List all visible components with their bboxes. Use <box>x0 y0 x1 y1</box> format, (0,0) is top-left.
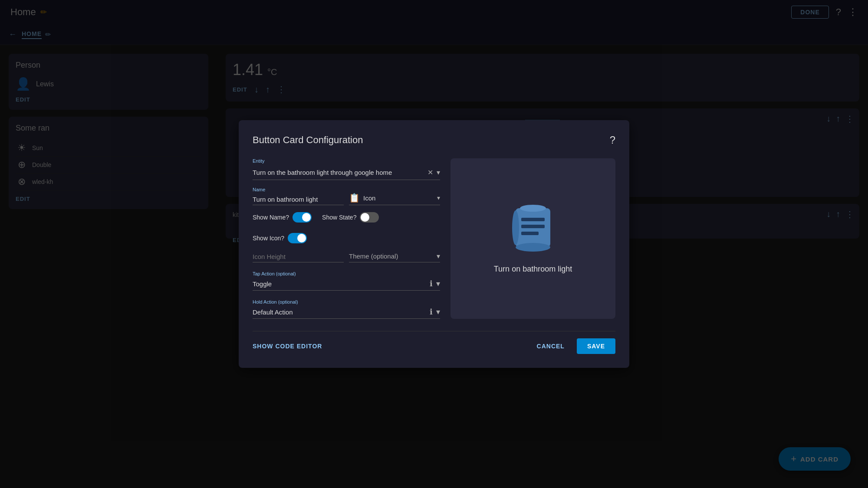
tap-action-dropdown-icon[interactable]: ▾ <box>436 279 440 288</box>
entity-label: Entity <box>253 158 440 164</box>
dialog-header: Button Card Configuration ? <box>253 134 615 146</box>
hold-action-help-icon[interactable]: ℹ <box>430 307 433 317</box>
modal-overlay: Button Card Configuration ? Entity ✕ ▾ <box>0 0 868 488</box>
theme-field-group: Theme (optional) ▾ <box>349 250 440 262</box>
tap-action-help-icon[interactable]: ℹ <box>430 279 433 288</box>
theme-dropdown-icon[interactable]: ▾ <box>437 252 440 260</box>
svg-point-1 <box>516 243 550 252</box>
show-icon-label: Show Icon? <box>253 235 284 242</box>
tap-action-field: Tap Action (optional) Toggle ℹ ▾ <box>253 269 440 291</box>
entity-dropdown-icon[interactable]: ▾ <box>437 168 440 177</box>
icon-text: Icon <box>363 194 375 202</box>
entity-input[interactable] <box>253 167 427 178</box>
show-state-label: Show State? <box>322 214 356 221</box>
show-name-label: Show Name? <box>253 214 289 221</box>
preview-icon-area <box>509 204 557 258</box>
hold-action-value: Default Action <box>253 308 430 316</box>
icon-height-theme-row: Theme (optional) ▾ <box>253 250 440 262</box>
svg-rect-4 <box>521 225 545 228</box>
icon-height-input[interactable] <box>253 251 344 262</box>
dialog-body: Entity ✕ ▾ Name 📋 <box>253 158 615 319</box>
show-code-editor-button[interactable]: SHOW CODE EDITOR <box>253 343 322 350</box>
hold-action-label: Hold Action (optional) <box>253 299 298 305</box>
svg-rect-5 <box>521 232 539 235</box>
name-label: Name <box>253 187 344 192</box>
icon-dropdown-arrow[interactable]: ▾ <box>437 194 440 201</box>
toggles-row: Show Name? Show State? Show Icon? <box>253 212 440 243</box>
hold-action-row: Default Action ℹ ▾ <box>253 305 440 319</box>
svg-point-6 <box>512 210 519 245</box>
svg-rect-3 <box>521 218 545 221</box>
hold-action-field: Hold Action (optional) Default Action ℹ … <box>253 298 440 319</box>
dialog-footer: SHOW CODE EDITOR CANCEL SAVE <box>253 331 615 354</box>
tap-action-value: Toggle <box>253 280 430 288</box>
theme-value: Theme (optional) <box>349 252 437 260</box>
name-icon-row: Name 📋 Icon ▾ <box>253 187 440 205</box>
preview-scroll-icon <box>509 204 557 256</box>
show-icon-toggle-item: Show Icon? <box>253 233 307 243</box>
cancel-button[interactable]: CANCEL <box>530 339 572 353</box>
tap-action-icons: ℹ ▾ <box>430 279 440 288</box>
tap-action-label: Tap Action (optional) <box>253 271 296 276</box>
dialog: Button Card Configuration ? Entity ✕ ▾ <box>239 120 629 368</box>
show-icon-toggle[interactable] <box>288 233 307 243</box>
dialog-left: Entity ✕ ▾ Name 📋 <box>253 158 440 319</box>
dialog-help-icon[interactable]: ? <box>610 134 615 146</box>
icon-select-box[interactable]: 📋 Icon ▾ <box>349 191 440 205</box>
hold-action-icons: ℹ ▾ <box>430 307 440 317</box>
show-name-toggle[interactable] <box>293 212 312 223</box>
show-state-toggle-item: Show State? <box>322 212 379 223</box>
icon-height-field-group <box>253 251 344 262</box>
hold-action-dropdown-icon[interactable]: ▾ <box>436 307 440 317</box>
save-button[interactable]: SAVE <box>577 338 615 354</box>
preview-card-label: Turn on bathroom light <box>494 265 572 274</box>
footer-actions: CANCEL SAVE <box>530 338 615 354</box>
entity-clear-icon[interactable]: ✕ <box>427 168 433 177</box>
name-field-group: Name <box>253 187 344 205</box>
dialog-title: Button Card Configuration <box>253 134 363 146</box>
name-input[interactable] <box>253 194 344 205</box>
dialog-preview: Turn on bathroom light <box>450 158 615 319</box>
show-state-toggle[interactable] <box>360 212 379 223</box>
icon-preview-icon: 📋 <box>349 193 360 203</box>
svg-point-2 <box>520 205 546 212</box>
tap-action-row: Toggle ℹ ▾ <box>253 277 440 291</box>
entity-field-group: Entity ✕ ▾ <box>253 158 440 180</box>
show-name-toggle-item: Show Name? <box>253 212 312 223</box>
icon-field-group: 📋 Icon ▾ <box>349 191 440 205</box>
